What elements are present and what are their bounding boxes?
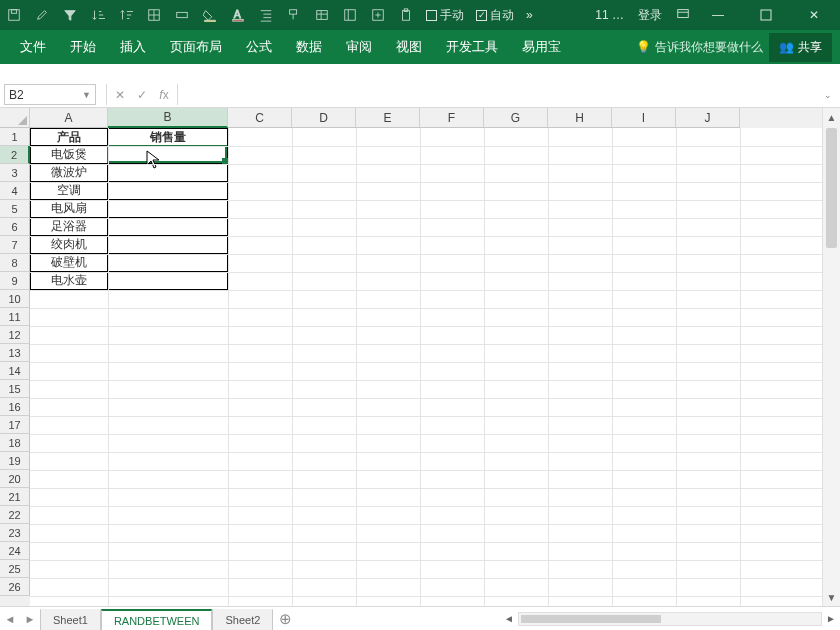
sheet-tab-0[interactable]: Sheet1 xyxy=(40,609,101,631)
accept-formula-icon[interactable]: ✓ xyxy=(131,84,153,105)
freeze-icon[interactable] xyxy=(342,7,358,23)
cell-r7-c2[interactable] xyxy=(108,236,228,254)
tab-layout[interactable]: 页面布局 xyxy=(158,30,234,64)
calc-auto-checkbox[interactable]: ✓自动 xyxy=(476,7,514,24)
calc-manual-checkbox[interactable]: 手动 xyxy=(426,7,464,24)
cell-r3-c1[interactable]: 微波炉 xyxy=(30,164,108,182)
login-button[interactable]: 登录 xyxy=(638,7,662,24)
row-header-25[interactable]: 25 xyxy=(0,560,30,578)
col-header-E[interactable]: E xyxy=(356,108,420,128)
table-format-icon[interactable] xyxy=(314,7,330,23)
tab-formulas[interactable]: 公式 xyxy=(234,30,284,64)
col-header-H[interactable]: H xyxy=(548,108,612,128)
cell-r9-c2[interactable] xyxy=(108,272,228,290)
cell-r6-c2[interactable] xyxy=(108,218,228,236)
col-header-G[interactable]: G xyxy=(484,108,548,128)
column-headers[interactable]: ABCDEFGHIJ xyxy=(30,108,822,128)
font-size-hint[interactable]: 11 … xyxy=(595,8,624,22)
save-icon[interactable] xyxy=(6,7,22,23)
fill-color-icon[interactable] xyxy=(202,7,218,23)
row-headers[interactable]: 1234567891011121314151617181920212223242… xyxy=(0,128,30,606)
row-header-6[interactable]: 6 xyxy=(0,218,30,236)
scroll-up-icon[interactable]: ▲ xyxy=(823,108,840,126)
row-header-2[interactable]: 2 xyxy=(0,146,30,164)
cell-r8-c1[interactable]: 破壁机 xyxy=(30,254,108,272)
name-box[interactable]: B2 ▼ xyxy=(4,84,96,105)
row-header-22[interactable]: 22 xyxy=(0,506,30,524)
row-header-26[interactable]: 26 xyxy=(0,578,30,596)
row-header-8[interactable]: 8 xyxy=(0,254,30,272)
tab-eyb[interactable]: 易用宝 xyxy=(510,30,573,64)
tab-file[interactable]: 文件 xyxy=(8,30,58,64)
tab-data[interactable]: 数据 xyxy=(284,30,334,64)
row-header-11[interactable]: 11 xyxy=(0,308,30,326)
row-header-15[interactable]: 15 xyxy=(0,380,30,398)
select-all-corner[interactable] xyxy=(0,108,30,128)
cell-r1-c1[interactable]: 产品 xyxy=(30,128,108,146)
cell-r5-c2[interactable] xyxy=(108,200,228,218)
spreadsheet-grid[interactable]: ABCDEFGHIJ 12345678910111213141516171819… xyxy=(0,108,840,606)
filter-icon[interactable] xyxy=(62,7,78,23)
cells-area[interactable]: 产品销售量电饭煲微波炉空调电风扇足浴器绞肉机破壁机电水壶 xyxy=(30,128,822,606)
col-header-J[interactable]: J xyxy=(676,108,740,128)
cell-r9-c1[interactable]: 电水壶 xyxy=(30,272,108,290)
close-button[interactable]: ✕ xyxy=(794,0,834,30)
cell-r2-c1[interactable]: 电饭煲 xyxy=(30,146,108,164)
qat-more-icon[interactable]: » xyxy=(526,8,533,22)
row-header-23[interactable]: 23 xyxy=(0,524,30,542)
tab-review[interactable]: 审阅 xyxy=(334,30,384,64)
brush-icon[interactable] xyxy=(34,7,50,23)
row-header-17[interactable]: 17 xyxy=(0,416,30,434)
vertical-scrollbar[interactable]: ▲ ▼ xyxy=(822,108,840,606)
format-painter-icon[interactable] xyxy=(286,7,302,23)
row-header-19[interactable]: 19 xyxy=(0,452,30,470)
sort-desc-icon[interactable] xyxy=(118,7,134,23)
sheet-nav-prev-icon[interactable]: ◄ xyxy=(0,607,20,631)
row-header-24[interactable]: 24 xyxy=(0,542,30,560)
cell-r4-c2[interactable] xyxy=(108,182,228,200)
tab-insert[interactable]: 插入 xyxy=(108,30,158,64)
cell-r4-c1[interactable]: 空调 xyxy=(30,182,108,200)
row-header-20[interactable]: 20 xyxy=(0,470,30,488)
cell-r7-c1[interactable]: 绞肉机 xyxy=(30,236,108,254)
scroll-right-icon[interactable]: ► xyxy=(822,613,840,624)
minimize-button[interactable]: — xyxy=(698,0,738,30)
row-header-13[interactable]: 13 xyxy=(0,344,30,362)
col-header-C[interactable]: C xyxy=(228,108,292,128)
share-button[interactable]: 👥共享 xyxy=(769,33,832,62)
row-header-18[interactable]: 18 xyxy=(0,434,30,452)
col-header-I[interactable]: I xyxy=(612,108,676,128)
add-sheet-icon[interactable]: ⊕ xyxy=(273,610,297,628)
cell-r1-c2[interactable]: 销售量 xyxy=(108,128,228,146)
font-color-icon[interactable]: A xyxy=(230,7,246,23)
indent-icon[interactable] xyxy=(258,7,274,23)
tab-view[interactable]: 视图 xyxy=(384,30,434,64)
cancel-formula-icon[interactable]: ✕ xyxy=(109,84,131,105)
sheet-tab-2[interactable]: Sheet2 xyxy=(212,609,273,631)
row-header-1[interactable]: 1 xyxy=(0,128,30,146)
paste-icon[interactable] xyxy=(398,7,414,23)
tab-home[interactable]: 开始 xyxy=(58,30,108,64)
row-header-12[interactable]: 12 xyxy=(0,326,30,344)
tell-me[interactable]: 💡告诉我你想要做什么 xyxy=(636,39,763,56)
row-header-10[interactable]: 10 xyxy=(0,290,30,308)
cell-r3-c2[interactable] xyxy=(108,164,228,182)
insert-icon[interactable] xyxy=(370,7,386,23)
row-header-3[interactable]: 3 xyxy=(0,164,30,182)
col-header-A[interactable]: A xyxy=(30,108,108,128)
row-header-21[interactable]: 21 xyxy=(0,488,30,506)
row-header-14[interactable]: 14 xyxy=(0,362,30,380)
row-header-4[interactable]: 4 xyxy=(0,182,30,200)
hscroll-thumb[interactable] xyxy=(521,615,661,623)
horizontal-scrollbar[interactable]: ◄ ► xyxy=(500,607,840,631)
cell-r6-c1[interactable]: 足浴器 xyxy=(30,218,108,236)
row-header-7[interactable]: 7 xyxy=(0,236,30,254)
cell-r2-c2[interactable] xyxy=(108,146,228,164)
col-header-F[interactable]: F xyxy=(420,108,484,128)
tab-developer[interactable]: 开发工具 xyxy=(434,30,510,64)
cell-r5-c1[interactable]: 电风扇 xyxy=(30,200,108,218)
fx-icon[interactable]: fx xyxy=(153,84,175,105)
col-header-B[interactable]: B xyxy=(108,108,228,128)
scroll-left-icon[interactable]: ◄ xyxy=(500,613,518,624)
chevron-down-icon[interactable]: ▼ xyxy=(82,90,91,100)
